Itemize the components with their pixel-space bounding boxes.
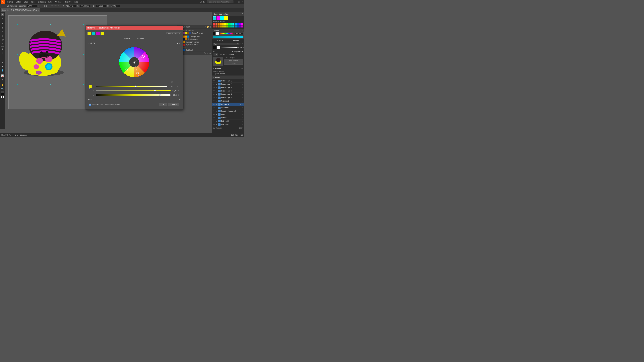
lock-p2[interactable]: ○ <box>242 83 244 85</box>
lock-radio-2[interactable]: ○ <box>179 42 180 44</box>
gradient-tool[interactable]: ■ <box>1 64 4 68</box>
link-icon[interactable]: ⛓ <box>171 81 173 83</box>
gc-26[interactable] <box>237 25 239 27</box>
t-slider[interactable] <box>96 86 167 87</box>
hex-input[interactable] <box>235 32 244 35</box>
tab-attribuer[interactable]: Attribuer <box>134 37 148 40</box>
scene-group-row[interactable]: ▶ Scène Ananké <box>178 32 211 34</box>
guide-close-icon[interactable]: ✕ <box>242 13 243 15</box>
accent-cyan[interactable] <box>213 16 216 20</box>
lock-c2[interactable]: ○ <box>242 104 244 105</box>
gc-24[interactable] <box>232 25 234 27</box>
lock-b1[interactable]: ○ <box>242 120 244 122</box>
calque-ponton[interactable]: 👁 ▶ Ponton ○ <box>212 116 244 119</box>
eye-icon-b2[interactable]: 👁 <box>213 123 215 126</box>
gc-28[interactable] <box>241 25 243 27</box>
gc-10[interactable] <box>232 23 234 25</box>
document-tab[interactable]: Sans titre - 3* @ 597,92% (RVB/Aperçu GP… <box>1 8 40 12</box>
calque-personnage-6[interactable]: 👁 ▶ Personnage 6 ○ <box>212 96 244 99</box>
couleur-close[interactable]: ✕ <box>242 30 244 31</box>
handle-bottom-left[interactable] <box>16 84 18 85</box>
guide-minimize-icon[interactable]: — <box>239 13 241 15</box>
dialog-swatch-2[interactable] <box>92 32 96 35</box>
calque-personnage-1[interactable]: 👁 ▶ Personnage 1 ○ <box>212 79 244 83</box>
arrow-b2[interactable]: ▶ <box>216 124 218 125</box>
eyedropper-tool[interactable]: 💧 <box>1 68 4 72</box>
dialog-swatch-3[interactable] <box>96 32 100 35</box>
menu-aide[interactable]: Aide <box>73 0 79 3</box>
stroke-color[interactable] <box>1 96 4 98</box>
gc-1[interactable] <box>213 23 215 25</box>
color-wheel-svg[interactable] <box>118 45 151 79</box>
calque-pont[interactable]: 👁 ▶ Pont ○ <box>212 113 244 116</box>
lock-p3[interactable]: ○ <box>242 87 244 88</box>
lock-p4[interactable]: ○ <box>242 90 244 92</box>
calque-creature-3[interactable]: 👁 ▶ Créature 3 ○ <box>212 106 244 109</box>
h-input[interactable] <box>110 5 120 7</box>
gc-16[interactable] <box>216 25 218 27</box>
unlink-icon[interactable]: ↔ <box>174 81 176 83</box>
sans-add-icon[interactable]: + <box>240 43 241 45</box>
arrow-p4[interactable]: ▶ <box>216 90 218 92</box>
eye-icon-p3[interactable]: 👁 <box>213 86 215 89</box>
close-button[interactable]: ✕ <box>241 1 244 3</box>
couleur-minimize[interactable]: — <box>240 30 242 31</box>
eye-icon-p6[interactable]: 👁 <box>213 96 215 99</box>
calque-personnage-2[interactable]: 👁 ▶ Personnage 2 ○ <box>212 83 244 86</box>
ci-grid-icon[interactable]: ⊞ <box>210 26 211 28</box>
calque-batiment-2[interactable]: 👁 ▶ Bâtiment 2 ○ <box>212 123 244 126</box>
select-tool-icon[interactable]: ▶ <box>1 5 4 7</box>
ok-button[interactable]: OK <box>159 103 167 106</box>
l-slider[interactable] <box>96 94 170 96</box>
gc-2[interactable] <box>216 23 218 25</box>
eye-icon-pp[interactable]: 👁 <box>213 110 215 112</box>
gc-18[interactable] <box>220 25 222 27</box>
l-input[interactable] <box>96 5 106 7</box>
gc-17[interactable] <box>218 25 220 27</box>
lock-pp[interactable]: ○ <box>242 110 244 112</box>
arrow-p3[interactable]: ▶ <box>216 87 218 88</box>
type-tool[interactable]: T <box>1 26 4 30</box>
gc-5[interactable] <box>222 23 224 25</box>
fill-color[interactable] <box>1 92 4 95</box>
lock-b2[interactable]: ○ <box>242 124 244 125</box>
gc-9[interactable] <box>230 23 232 25</box>
menu-fichier[interactable]: Fichier <box>6 0 14 3</box>
shape-tool[interactable]: □ <box>1 34 4 38</box>
artboard-tool[interactable]: ⊞ <box>1 78 4 81</box>
color-spectrum[interactable] <box>220 32 233 34</box>
chain-s-icon[interactable]: ⛓ <box>89 88 92 89</box>
sans-options-icon[interactable]: ⋮ <box>242 43 244 45</box>
pencil-tool[interactable]: ✏ <box>1 42 4 46</box>
circle-icon[interactable]: ○ <box>88 42 89 44</box>
sans-select[interactable]: Sans <box>213 43 240 45</box>
scale-tool[interactable]: ⤢ <box>1 51 4 55</box>
gc-11[interactable] <box>234 23 237 25</box>
t-slider-thumb[interactable] <box>135 85 137 87</box>
calque-creature-1[interactable]: 👁 ▶ Créature 1 ○ <box>212 99 244 103</box>
gc-3[interactable] <box>218 23 220 25</box>
s-slider[interactable] <box>96 90 170 91</box>
arrow-b1[interactable]: ▶ <box>216 120 218 122</box>
maximize-button[interactable]: □ <box>238 1 240 3</box>
ci-share-icon[interactable]: ↗ <box>207 52 208 54</box>
calque-personnage-4[interactable]: 👁 ▶ Personnage 4 ○ <box>212 89 244 93</box>
gc-21[interactable] <box>226 25 228 27</box>
gc-4[interactable] <box>220 23 222 25</box>
t-color-swatch[interactable] <box>89 85 92 88</box>
ns-white-swatch[interactable] <box>217 46 220 49</box>
prev-page-btn[interactable]: ◀ <box>12 134 14 136</box>
gc-14[interactable] <box>241 23 243 25</box>
handle-middle-right[interactable] <box>83 54 84 55</box>
line-tool[interactable]: ╱ <box>1 30 4 34</box>
direct-selection-tool[interactable]: ↖ <box>1 17 4 20</box>
gc-15[interactable] <box>213 25 215 27</box>
rotate-tool[interactable]: ↻ <box>1 47 4 51</box>
gc-8[interactable] <box>228 23 230 25</box>
calque-personnage-3[interactable]: 👁 ▶ Personnage 3 ○ <box>212 86 244 89</box>
calque-batiment-1[interactable]: 👁 ▶ Bâtiment 1 ○ <box>212 119 244 123</box>
paintbrush-tool[interactable]: 🖌 <box>1 38 4 42</box>
ci-pencil-icon[interactable]: ✏ <box>205 26 206 28</box>
calque-creature-2[interactable]: 👁 ▶ Créature 2 ✏ ○ <box>212 103 244 106</box>
gc-22[interactable] <box>228 25 230 27</box>
